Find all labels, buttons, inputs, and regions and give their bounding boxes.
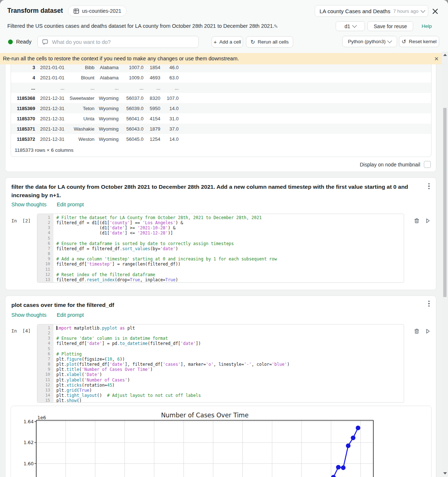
- thumbnail-label: Display on node thumbnail: [360, 162, 420, 168]
- prompt-text: filter the data for LA county from Octob…: [11, 183, 421, 199]
- prompt-cell-plot: plot cases over time for the filtered_df…: [5, 296, 436, 477]
- dataframe-output-cell: 32021-01-01BibbAlabama1007.0185446.04202…: [5, 64, 436, 172]
- trash-icon: [414, 218, 420, 224]
- status-ready-indicator: [8, 40, 13, 44]
- prompt-cell-filter: filter the data for LA county from Octob…: [5, 177, 436, 290]
- plus-icon: +: [213, 39, 217, 45]
- table-row: .....................: [11, 83, 431, 93]
- reset-icon: ↺: [402, 39, 406, 44]
- dataset-badge[interactable]: us-counties-2021: [68, 5, 127, 16]
- add-cell-button[interactable]: + Add a cell: [212, 36, 243, 48]
- run-cell-button[interactable]: [425, 328, 431, 334]
- svg-text:1.62: 1.62: [23, 440, 34, 445]
- code-gutter: 123456789101112131415: [37, 324, 53, 402]
- edit-prompt-link[interactable]: Edit prompt: [57, 312, 84, 318]
- reset-kernel-button[interactable]: ↺ Reset kernel: [399, 36, 439, 47]
- rerun-all-cells-button[interactable]: ↻ Rerun all cells: [246, 36, 293, 48]
- description-text: Filtered the US counties cases and death…: [7, 23, 274, 29]
- code-editor[interactable]: 123456789101112131415 import matplotlib.…: [37, 324, 404, 403]
- code-editor[interactable]: 12345678910111213 # Filter the dataset f…: [37, 214, 404, 283]
- svg-text:1e6: 1e6: [37, 415, 46, 420]
- code-lines: import matplotlib.pyplot as plt # Ensure…: [53, 324, 404, 402]
- kernel-label: Python (python3): [348, 39, 386, 44]
- edit-description-icon[interactable]: ✎: [274, 23, 278, 29]
- context-warning-banner: Re-run all the cells to restore the cont…: [0, 53, 442, 64]
- svg-text:1.64: 1.64: [23, 419, 34, 424]
- table-grid-icon: [74, 8, 79, 14]
- version-timestamp: 7 hours ago: [393, 8, 418, 14]
- execution-label: In [4]: [11, 328, 31, 334]
- dataset-var-label: d1: [344, 23, 350, 29]
- cell-menu-button[interactable]: [425, 300, 433, 308]
- prompt-text: plot cases over time for the filtered_df: [11, 301, 421, 309]
- dataset-var-selector[interactable]: d1: [336, 21, 365, 31]
- chevron-down-icon: [421, 8, 425, 13]
- svg-text:Number of Cases Over Time: Number of Cases Over Time: [161, 412, 249, 419]
- table-row: 32021-01-01BibbAlabama1007.0185446.0: [11, 64, 431, 72]
- play-icon: [425, 328, 431, 334]
- table-row: 11853702021-12-31UintaWyoming56041.04154…: [11, 113, 431, 124]
- thumbnail-toggle-row: Display on node thumbnail: [360, 161, 431, 168]
- banner-text: Re-run all the cells to restore the cont…: [3, 53, 239, 64]
- thumbnail-checkbox[interactable]: [424, 161, 431, 168]
- close-icon: [432, 8, 438, 15]
- table-row: 11853682021-12-31SweetwaterWyoming56037.…: [11, 93, 431, 103]
- page-title: Transform dataset: [7, 7, 63, 15]
- code-lines: # Filter the dataset for LA County from …: [53, 214, 404, 282]
- scrollbar-thumb[interactable]: [443, 108, 447, 297]
- scrollbar[interactable]: [442, 52, 448, 477]
- dataframe-output: 32021-01-01BibbAlabama1007.0185446.04202…: [11, 64, 432, 157]
- prompt-input-placeholder: What do you want to do?: [52, 39, 111, 45]
- scroll-down-button[interactable]: [443, 472, 447, 474]
- table-row: 11853712021-12-31WashakieWyoming56043.01…: [11, 124, 431, 134]
- table-row: 42021-01-01BlountAlabama1009.0469363.0: [11, 72, 431, 83]
- chat-bubble-icon: [42, 39, 48, 45]
- version-selector[interactable]: LA county Cases and Deaths 7 hours ago: [315, 5, 428, 17]
- chevron-down-icon: [352, 23, 357, 28]
- edit-prompt-link[interactable]: Edit prompt: [57, 202, 84, 207]
- save-for-reuse-button[interactable]: Save for reuse: [367, 21, 413, 31]
- delete-cell-button[interactable]: [414, 218, 420, 224]
- chevron-down-icon: [388, 38, 392, 43]
- play-icon: [425, 218, 431, 224]
- rerun-icon: ↻: [250, 39, 255, 45]
- scroll-up-button[interactable]: [443, 54, 447, 56]
- delete-cell-button[interactable]: [414, 328, 420, 334]
- show-thoughts-link[interactable]: Show thoughts: [11, 312, 46, 318]
- transform-dataset-panel: Transform dataset us-counties-2021 Filte…: [0, 0, 448, 477]
- help-link[interactable]: Help: [422, 23, 432, 29]
- dataset-badge-label: us-counties-2021: [82, 8, 121, 14]
- run-cell-button[interactable]: [425, 218, 431, 224]
- cases-over-time-chart: 1.641.621.601e6Number of Cases Over Time: [11, 406, 432, 477]
- chart-output: 1.641.621.601e6Number of Cases Over Time: [11, 406, 432, 477]
- trash-icon: [414, 328, 420, 334]
- banner-close-button[interactable]: ✕: [431, 53, 442, 64]
- close-button[interactable]: [432, 8, 438, 15]
- table-row: 11853692021-12-31TetonWyoming56039.05950…: [11, 103, 431, 113]
- table-summary: 1185373 rows × 6 columns: [11, 147, 431, 153]
- code-gutter: 12345678910111213: [37, 214, 53, 282]
- dataframe-table: 32021-01-01BibbAlabama1007.0185446.04202…: [11, 64, 431, 144]
- execution-label: In [2]: [11, 218, 31, 224]
- kernel-selector[interactable]: Python (python3): [342, 36, 397, 47]
- cell-menu-button[interactable]: [425, 182, 433, 190]
- status-label: Ready: [16, 39, 31, 45]
- show-thoughts-link[interactable]: Show thoughts: [11, 202, 46, 207]
- header: Transform dataset us-counties-2021 Filte…: [0, 0, 448, 53]
- svg-text:1.60: 1.60: [23, 461, 34, 466]
- prompt-input[interactable]: What do you want to do?: [37, 36, 199, 48]
- table-row: 11853722021-12-31WestonWyoming56045.0125…: [11, 134, 431, 144]
- version-label: LA county Cases and Deaths: [320, 8, 390, 14]
